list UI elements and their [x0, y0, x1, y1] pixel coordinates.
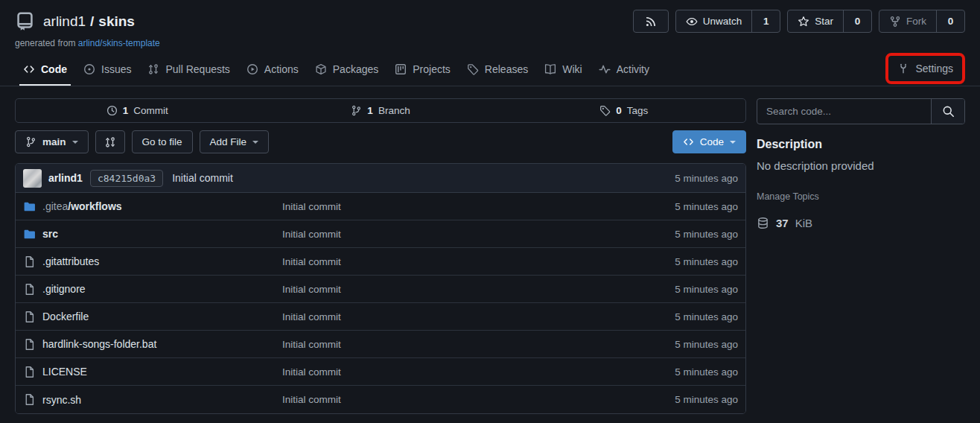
- forks-count[interactable]: 0: [936, 10, 964, 32]
- rss-button[interactable]: [633, 10, 669, 33]
- file-name-link[interactable]: rsync.sh: [42, 394, 81, 406]
- generated-from-label: generated from: [15, 38, 75, 48]
- file-commit-message-link[interactable]: Initial commit: [282, 284, 626, 295]
- tag-icon: [467, 63, 479, 75]
- commits-link[interactable]: 1 Commit: [16, 99, 259, 122]
- commit-sha-link[interactable]: c84215d0a3: [90, 170, 163, 187]
- tab-issues[interactable]: Issues: [75, 55, 139, 85]
- code-download-dropdown[interactable]: Code: [672, 130, 746, 153]
- project-icon: [395, 63, 407, 75]
- file-name-link[interactable]: hardlink-songs-folder.bat: [42, 338, 156, 350]
- repo-owner-link[interactable]: arlind1: [43, 13, 86, 30]
- repo-main-panel: 1 Commit 1 Branch 0 Tags main: [15, 98, 746, 414]
- file-commit-message-link[interactable]: Initial commit: [282, 394, 626, 405]
- generated-from-line: generated from arlind/skins-template: [15, 38, 965, 48]
- file-commit-message-link[interactable]: Initial commit: [282, 229, 626, 240]
- file-name-link[interactable]: Dockerfile: [42, 311, 89, 322]
- star-button-group: Star 0: [787, 10, 872, 33]
- file-commit-message-link[interactable]: Initial commit: [282, 366, 626, 378]
- branch-selector[interactable]: main: [15, 130, 89, 153]
- tools-icon: [897, 63, 909, 74]
- book-icon: [544, 63, 556, 75]
- issue-icon: [83, 63, 95, 75]
- file-name-link[interactable]: LICENSE: [42, 366, 87, 378]
- star-button[interactable]: Star: [788, 10, 843, 32]
- file-commit-message-link[interactable]: Initial commit: [282, 311, 626, 322]
- chevron-down-icon: [730, 141, 736, 147]
- file-icon: [23, 338, 36, 351]
- tab-releases-label: Releases: [485, 63, 528, 75]
- commit-message-link[interactable]: Initial commit: [172, 172, 233, 184]
- tab-settings[interactable]: Settings: [894, 57, 956, 80]
- file-commit-message-link[interactable]: Initial commit: [282, 201, 626, 212]
- file-path-prefix: .gitea: [42, 200, 68, 212]
- compare-button[interactable]: [95, 130, 125, 153]
- tab-wiki[interactable]: Wiki: [536, 55, 590, 85]
- code-icon: [23, 63, 35, 75]
- chevron-down-icon: [252, 141, 258, 147]
- repo-header: arlind1 / skins Unwatch 1: [0, 0, 980, 48]
- search-input[interactable]: [757, 99, 931, 124]
- tags-link[interactable]: 0 Tags: [502, 99, 745, 122]
- repo-size: 37 KiB: [757, 217, 965, 229]
- star-icon: [798, 16, 809, 28]
- file-row: hardlink-songs-folder.bat Initial commit…: [16, 331, 745, 358]
- search-button[interactable]: [931, 99, 964, 124]
- description-text: No description provided: [757, 159, 965, 172]
- tab-activity-label: Activity: [617, 63, 649, 75]
- latest-commit-row: arlind1 c84215d0a3 Initial commit 5 minu…: [16, 164, 745, 193]
- tab-issues-label: Issues: [101, 63, 131, 75]
- branch-icon: [351, 105, 362, 116]
- file-commit-message-link[interactable]: Initial commit: [282, 256, 626, 267]
- tab-activity[interactable]: Activity: [591, 55, 658, 85]
- tab-pull-requests[interactable]: Pull Requests: [139, 55, 238, 85]
- tab-releases[interactable]: Releases: [459, 55, 536, 85]
- file-row: LICENSE Initial commit 5 minutes ago: [16, 358, 745, 386]
- tag-label: Tags: [627, 105, 649, 116]
- file-row: .gitignore Initial commit 5 minutes ago: [16, 276, 745, 303]
- stars-count[interactable]: 0: [843, 10, 871, 32]
- tab-projects[interactable]: Projects: [386, 55, 459, 85]
- commit-author-link[interactable]: arlind1: [48, 172, 83, 184]
- file-commit-time: 5 minutes ago: [626, 339, 738, 350]
- file-icon: [23, 393, 36, 406]
- watchers-count[interactable]: 1: [751, 10, 780, 32]
- tab-settings-label: Settings: [915, 63, 953, 74]
- file-row: rsync.sh Initial commit 5 minutes ago: [16, 386, 745, 413]
- search-icon: [942, 105, 955, 118]
- fork-label: Fork: [906, 16, 926, 27]
- file-name-link[interactable]: .gitignore: [42, 283, 86, 295]
- avatar[interactable]: [23, 169, 42, 188]
- repo-size-value: 37: [776, 217, 789, 229]
- clock-icon: [106, 105, 118, 116]
- file-name: rsync.sh: [42, 394, 81, 406]
- tab-pull-requests-label: Pull Requests: [165, 63, 229, 75]
- fork-button[interactable]: Fork: [879, 10, 936, 32]
- file-name-link[interactable]: src: [42, 228, 58, 240]
- template-repo-link[interactable]: arlind/skins-template: [78, 38, 160, 48]
- go-to-file-button[interactable]: Go to file: [132, 130, 193, 153]
- package-icon: [315, 63, 327, 75]
- gitea-repo-page: arlind1 / skins Unwatch 1: [0, 0, 980, 423]
- manage-topics-link[interactable]: Manage Topics: [757, 191, 965, 202]
- go-to-file-label: Go to file: [142, 136, 182, 147]
- file-commit-time: 5 minutes ago: [626, 284, 738, 295]
- tab-actions[interactable]: Actions: [238, 55, 307, 85]
- tab-packages[interactable]: Packages: [307, 55, 386, 85]
- branches-link[interactable]: 1 Branch: [259, 99, 503, 122]
- branch-label: Branch: [378, 105, 410, 116]
- repo-name-link[interactable]: skins: [98, 13, 135, 30]
- chevron-down-icon: [72, 141, 78, 147]
- pull-request-icon: [147, 63, 159, 75]
- repo-icon: [15, 11, 35, 31]
- repo-nav-tabs: Code Issues Pull Requests Actions Packag…: [0, 54, 980, 86]
- file-name-link[interactable]: .gitattributes: [42, 255, 99, 267]
- file-row: .gitea/workflows Initial commit 5 minute…: [16, 193, 745, 220]
- file-name-link[interactable]: .gitea/workflows: [42, 200, 122, 212]
- tab-code-label: Code: [41, 63, 67, 75]
- unwatch-label: Unwatch: [703, 16, 742, 27]
- file-commit-message-link[interactable]: Initial commit: [282, 339, 626, 350]
- tab-code[interactable]: Code: [15, 55, 75, 85]
- unwatch-button[interactable]: Unwatch: [676, 10, 752, 32]
- add-file-dropdown[interactable]: Add File: [200, 130, 270, 153]
